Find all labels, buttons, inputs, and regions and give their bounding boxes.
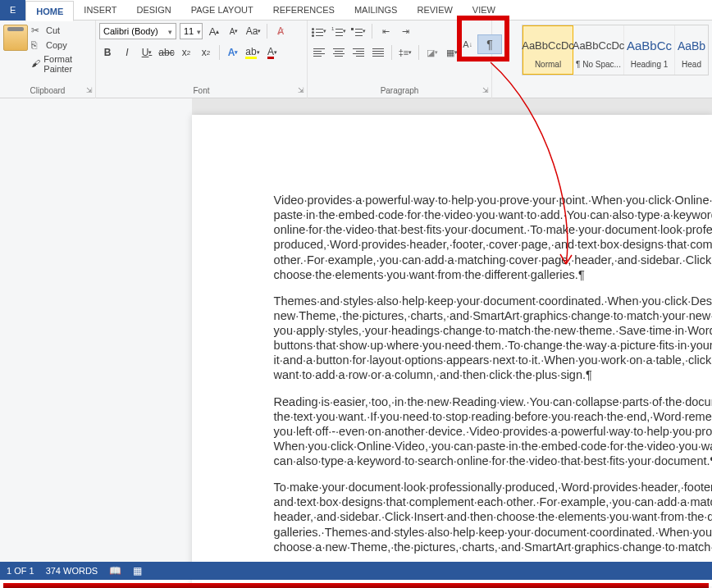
macro-icon[interactable]: ▦	[133, 565, 142, 577]
align-left-icon	[313, 48, 325, 57]
bottom-accent-bar	[3, 583, 709, 588]
font-color-button[interactable]: A▾	[264, 44, 281, 61]
style-preview: AaBb	[678, 32, 705, 60]
tab-insert[interactable]: INSERT	[74, 0, 126, 21]
align-right-icon	[353, 48, 364, 57]
clear-formatting-button[interactable]: A̷	[272, 23, 289, 39]
copy-label: Copy	[46, 40, 67, 50]
tab-view[interactable]: VIEW	[463, 0, 505, 21]
justify-icon	[372, 48, 384, 57]
separator	[267, 24, 267, 39]
subscript-button[interactable]: x2	[178, 44, 194, 61]
tab-home[interactable]: HOME	[25, 1, 74, 21]
shading-button[interactable]: ◪▾	[424, 44, 440, 61]
multilevel-list-button[interactable]: ▾	[350, 23, 367, 39]
scissors-icon	[31, 25, 43, 36]
page-indicator[interactable]: 1 OF 1	[7, 566, 34, 576]
tab-design[interactable]: DESIGN	[126, 0, 180, 21]
align-center-icon	[333, 48, 345, 57]
tab-review[interactable]: REVIEW	[407, 0, 462, 21]
grow-font-button[interactable]: A▴	[206, 23, 222, 39]
paragraph-1[interactable]: Video·provides·a·powerful·way·to·help·yo…	[274, 193, 712, 282]
style-name: ¶ No Spac...	[576, 60, 621, 69]
brush-icon	[31, 58, 40, 70]
chevron-down-icon	[165, 26, 172, 36]
format-painter-label: Format Painter	[43, 54, 92, 74]
status-bar: 1 OF 1 374 WORDS 📖 ▦	[0, 562, 712, 580]
style-name: Head	[682, 60, 701, 69]
bullets-icon	[312, 27, 323, 36]
cut-button[interactable]: Cut	[31, 25, 92, 36]
paste-button[interactable]	[3, 25, 28, 51]
document-page[interactable]: Video·provides·a·powerful·way·to·help·yo…	[192, 115, 712, 586]
style-preview: AaBbCc	[627, 32, 672, 60]
superscript-button[interactable]: x2	[198, 44, 214, 61]
document-content[interactable]: Video·provides·a·powerful·way·to·help·yo…	[192, 115, 712, 554]
separator	[372, 24, 372, 39]
spellcheck-icon[interactable]: 📖	[109, 565, 121, 577]
strikethrough-button[interactable]: abc	[158, 44, 175, 61]
numbering-icon	[331, 27, 343, 36]
font-name-value: Calibri (Body)	[103, 26, 158, 36]
document-area: Video·provides·a·powerful·way·to·help·yo…	[0, 98, 712, 570]
cut-label: Cut	[46, 25, 60, 35]
align-right-button[interactable]	[350, 44, 367, 61]
bullets-button[interactable]: ▾	[311, 23, 327, 39]
style-heading2[interactable]: AaBb Head	[675, 25, 708, 75]
style-heading1[interactable]: AaBbCc Heading 1	[624, 25, 675, 75]
paragraph-2[interactable]: Themes·and·styles·also·help·keep·your·do…	[274, 294, 712, 383]
clipboard-dialog-launcher[interactable]: ⇲	[86, 86, 93, 94]
font-dialog-launcher[interactable]: ⇲	[298, 86, 304, 94]
style-preview: AaBbCcDc	[522, 32, 574, 60]
numbering-button[interactable]: ▾	[331, 23, 347, 39]
style-preview: AaBbCcDc	[573, 32, 625, 60]
paragraph-group-label: Paragraph	[381, 86, 419, 95]
increase-indent-button[interactable]: ⇥	[397, 23, 413, 39]
line-spacing-button[interactable]: ‡≡▾	[397, 44, 413, 61]
text-effects-button[interactable]: A▾	[225, 44, 241, 61]
highlight-button[interactable]: ab▾	[244, 44, 261, 61]
separator	[219, 45, 220, 60]
paragraph-4[interactable]: To·make·your·document·look·professionall…	[274, 480, 712, 554]
separator	[391, 45, 392, 60]
paragraph-dialog-launcher[interactable]: ⇲	[482, 86, 489, 94]
format-painter-button[interactable]: Format Painter	[31, 54, 92, 74]
word-count[interactable]: 374 WORDS	[46, 566, 98, 576]
sort-button[interactable]: A↓	[459, 34, 476, 54]
align-left-button[interactable]	[311, 44, 327, 61]
styles-gallery[interactable]: AaBbCcDc Normal AaBbCcDc ¶ No Spac... Aa…	[522, 25, 709, 75]
chevron-down-icon	[194, 26, 201, 36]
font-name-combo[interactable]: Calibri (Body)	[99, 23, 176, 39]
style-normal[interactable]: AaBbCcDc Normal	[523, 25, 573, 75]
style-name: Normal	[535, 60, 561, 69]
separator	[418, 45, 419, 60]
style-name: Heading 1	[631, 60, 669, 69]
tab-pagelayout[interactable]: PAGE LAYOUT	[181, 0, 263, 21]
font-size-value: 11	[184, 26, 194, 36]
tab-references[interactable]: REFERENCES	[263, 0, 345, 21]
underline-button[interactable]: U▾	[139, 44, 155, 61]
document-gutter	[0, 98, 192, 570]
style-no-spacing[interactable]: AaBbCcDc ¶ No Spac...	[573, 25, 624, 75]
show-hide-formatting-button[interactable]: ¶	[477, 34, 502, 54]
file-tab[interactable]: E	[0, 0, 25, 21]
font-group-label: Font	[193, 86, 209, 95]
copy-button[interactable]: Copy	[31, 39, 92, 51]
bold-button[interactable]: B	[99, 44, 116, 61]
clipboard-group-label: Clipboard	[30, 86, 66, 95]
copy-icon	[31, 39, 43, 51]
borders-button[interactable]: ▦▾	[444, 44, 460, 61]
multilevel-icon	[351, 27, 363, 36]
change-case-button[interactable]: Aa▾	[245, 23, 262, 39]
align-center-button[interactable]	[331, 44, 347, 61]
justify-button[interactable]	[370, 44, 386, 61]
font-size-combo[interactable]: 11	[180, 23, 203, 39]
shrink-font-button[interactable]: A▾	[226, 23, 242, 39]
tab-mailings[interactable]: MAILINGS	[345, 0, 408, 21]
italic-button[interactable]: I	[119, 44, 135, 61]
decrease-indent-button[interactable]: ⇤	[377, 23, 394, 39]
paragraph-3[interactable]: Reading·is·easier,·too,·in·the·new·Readi…	[274, 394, 712, 469]
